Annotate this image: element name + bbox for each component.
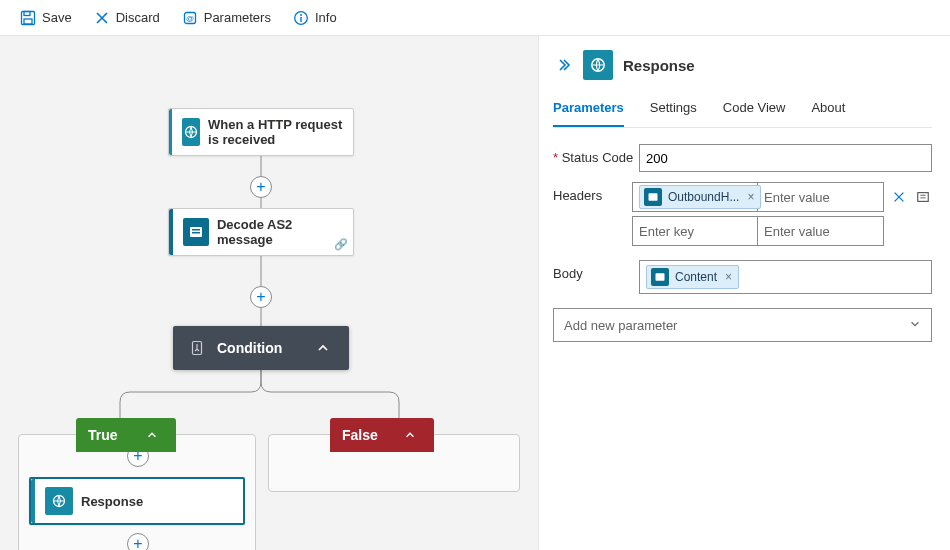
false-header[interactable]: False xyxy=(330,418,434,452)
headers-label: Headers xyxy=(553,182,632,203)
remove-token-icon[interactable]: × xyxy=(745,190,756,204)
header-value-cell[interactable]: Enter value xyxy=(758,183,883,211)
chevron-down-icon xyxy=(909,318,921,333)
status-code-label: Status Code xyxy=(553,144,639,165)
svg-rect-12 xyxy=(192,229,200,231)
svg-text:@: @ xyxy=(186,14,194,23)
more-button[interactable] xyxy=(914,188,932,206)
parameters-icon: @ xyxy=(182,10,198,26)
properties-panel: Response Parameters Settings Code View A… xyxy=(538,36,950,550)
response-node[interactable]: Response xyxy=(29,477,245,525)
add-step-button[interactable]: + xyxy=(127,533,149,550)
add-step-button[interactable]: + xyxy=(250,286,272,308)
svg-rect-18 xyxy=(918,193,929,202)
add-step-button[interactable]: + xyxy=(250,176,272,198)
header-key-cell[interactable]: OutboundH... × xyxy=(633,183,758,211)
svg-rect-2 xyxy=(24,19,32,24)
discard-icon xyxy=(94,10,110,26)
body-token[interactable]: Content × xyxy=(646,265,739,289)
body-label: Body xyxy=(553,260,639,281)
tab-settings[interactable]: Settings xyxy=(650,94,697,127)
save-button[interactable]: Save xyxy=(10,6,82,30)
remove-token-icon[interactable]: × xyxy=(723,270,734,284)
token-icon xyxy=(651,268,669,286)
svg-rect-17 xyxy=(649,193,658,201)
decode-node[interactable]: Decode AS2 message xyxy=(168,208,354,256)
link-icon: 🔗 xyxy=(334,238,348,251)
body-input[interactable]: Content × xyxy=(639,260,932,294)
chevron-up-icon[interactable] xyxy=(398,423,422,447)
svg-rect-7 xyxy=(300,17,301,22)
add-parameter-dropdown[interactable]: Add new parameter xyxy=(553,308,932,342)
condition-node[interactable]: Condition xyxy=(173,326,349,370)
info-button[interactable]: Info xyxy=(283,6,347,30)
svg-rect-1 xyxy=(24,11,30,15)
svg-rect-21 xyxy=(656,273,665,281)
chevron-up-icon[interactable] xyxy=(140,423,164,447)
status-code-input[interactable] xyxy=(639,144,932,172)
discard-button[interactable]: Discard xyxy=(84,6,170,30)
condition-icon xyxy=(187,338,207,358)
panel-title: Response xyxy=(623,57,695,74)
toolbar: Save Discard @ Parameters Info xyxy=(0,0,950,36)
save-icon xyxy=(20,10,36,26)
tab-codeview[interactable]: Code View xyxy=(723,94,786,127)
header-key-token[interactable]: OutboundH... × xyxy=(639,185,761,209)
response-icon xyxy=(45,487,73,515)
true-header[interactable]: True xyxy=(76,418,176,452)
parameters-button[interactable]: @ Parameters xyxy=(172,6,281,30)
http-request-icon xyxy=(182,118,200,146)
designer-canvas[interactable]: When a HTTP request is received + Decode… xyxy=(0,36,538,550)
header-key-input[interactable]: Enter key xyxy=(633,217,758,245)
header-value-input[interactable]: Enter value xyxy=(758,217,883,245)
response-icon xyxy=(583,50,613,80)
svg-rect-13 xyxy=(192,232,200,234)
switch-mode-button[interactable] xyxy=(890,188,908,206)
trigger-node[interactable]: When a HTTP request is received xyxy=(168,108,354,156)
tab-parameters[interactable]: Parameters xyxy=(553,94,624,127)
info-icon xyxy=(293,10,309,26)
panel-tabs: Parameters Settings Code View About xyxy=(553,94,932,128)
chevron-up-icon[interactable] xyxy=(311,336,335,360)
collapse-panel-button[interactable] xyxy=(553,55,573,75)
tab-about[interactable]: About xyxy=(811,94,845,127)
svg-point-6 xyxy=(300,14,302,16)
as2-icon xyxy=(183,218,209,246)
token-icon xyxy=(644,188,662,206)
